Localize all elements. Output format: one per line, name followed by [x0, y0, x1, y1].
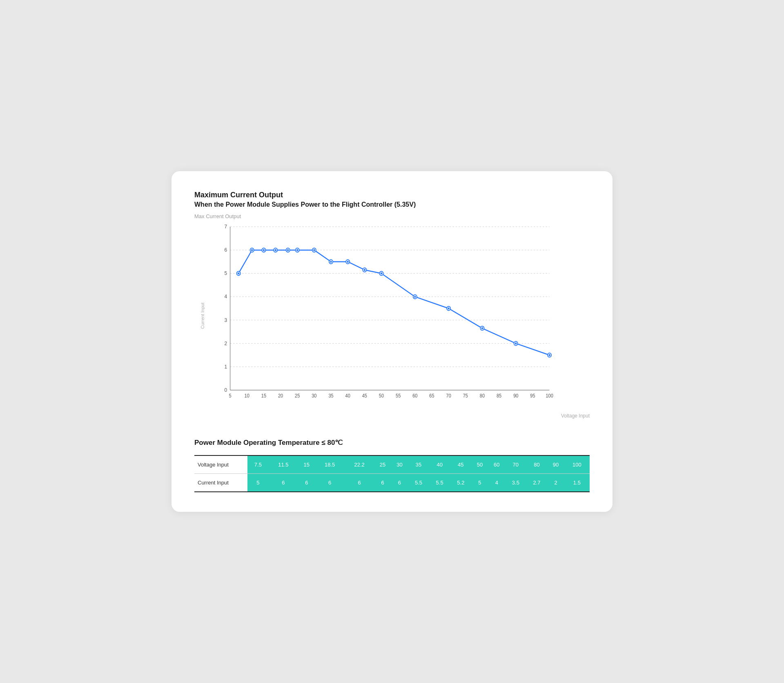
current-cell: 1.5: [564, 474, 590, 492]
svg-text:100: 100: [546, 393, 553, 398]
svg-text:65: 65: [429, 393, 434, 398]
current-cell: 6: [345, 474, 374, 492]
svg-text:6: 6: [225, 247, 227, 253]
voltage-cell: 15: [298, 455, 315, 474]
svg-point-40: [251, 249, 253, 251]
svg-point-66: [515, 342, 517, 344]
svg-text:55: 55: [396, 393, 401, 398]
svg-text:3: 3: [225, 317, 227, 323]
svg-text:90: 90: [513, 393, 518, 398]
svg-text:25: 25: [295, 393, 300, 398]
voltage-cell: 70: [505, 455, 526, 474]
svg-text:75: 75: [463, 393, 468, 398]
svg-text:40: 40: [345, 393, 350, 398]
svg-text:70: 70: [446, 393, 451, 398]
svg-text:0: 0: [225, 387, 227, 393]
current-cell: 5.5: [408, 474, 429, 492]
y-axis-label: Current Input: [200, 312, 205, 329]
svg-point-52: [330, 261, 332, 263]
voltage-cell: 25: [374, 455, 391, 474]
voltage-cell: 50: [471, 455, 488, 474]
svg-text:5: 5: [225, 270, 227, 277]
chart-container: Current Input 01234567510152025303540455…: [194, 223, 590, 419]
svg-point-60: [414, 296, 416, 298]
current-cell: 5: [247, 474, 269, 492]
current-row: Current Input 56666665.55.55.2543.52.721…: [194, 474, 590, 492]
current-cell: 6: [269, 474, 298, 492]
svg-text:35: 35: [328, 393, 333, 398]
current-cell: 3.5: [505, 474, 526, 492]
svg-text:80: 80: [480, 393, 485, 398]
current-cell: 5.5: [429, 474, 450, 492]
svg-text:60: 60: [412, 393, 417, 398]
voltage-row-label: Voltage Input: [194, 455, 247, 474]
chart-area: 0123456751015202530354045505560657075808…: [219, 223, 557, 402]
svg-text:30: 30: [312, 393, 316, 398]
svg-point-48: [296, 249, 298, 251]
voltage-cell: 60: [488, 455, 505, 474]
voltage-cell: 22.2: [345, 455, 374, 474]
svg-point-68: [548, 354, 550, 356]
x-axis-label: Voltage Input: [561, 413, 590, 419]
current-cell: 6: [374, 474, 391, 492]
voltage-cell: 18.5: [315, 455, 345, 474]
svg-text:45: 45: [362, 393, 367, 398]
svg-text:15: 15: [261, 393, 266, 398]
table-section: Power Module Operating Temperature ≤ 80℃…: [194, 438, 590, 492]
section-title: Power Module Operating Temperature ≤ 80℃: [194, 438, 590, 447]
chart-section: Maximum Current Output When the Power Mo…: [194, 191, 590, 419]
svg-point-54: [347, 261, 349, 263]
current-cell: 5.2: [450, 474, 472, 492]
svg-text:5: 5: [229, 393, 232, 398]
current-row-label: Current Input: [194, 474, 247, 492]
svg-point-50: [313, 249, 315, 251]
current-cell: 6: [391, 474, 408, 492]
svg-point-38: [238, 272, 240, 275]
voltage-cell: 11.5: [269, 455, 298, 474]
svg-text:2: 2: [225, 340, 227, 346]
voltage-cell: 35: [408, 455, 429, 474]
svg-point-44: [274, 249, 276, 251]
svg-text:4: 4: [225, 294, 227, 300]
chart-legend: Max Current Output: [194, 213, 590, 219]
current-cell: 2.7: [526, 474, 548, 492]
svg-text:20: 20: [278, 393, 283, 398]
voltage-cell: 100: [564, 455, 590, 474]
voltage-cell: 90: [547, 455, 564, 474]
main-card: Maximum Current Output When the Power Mo…: [172, 171, 612, 512]
svg-point-64: [481, 327, 483, 329]
svg-point-42: [263, 249, 265, 251]
voltage-cell: 40: [429, 455, 450, 474]
current-cell: 2: [547, 474, 564, 492]
svg-text:10: 10: [245, 393, 249, 398]
current-cell: 6: [298, 474, 315, 492]
svg-point-56: [364, 269, 366, 271]
voltage-cell: 45: [450, 455, 472, 474]
voltage-cell: 7.5: [247, 455, 269, 474]
current-cell: 6: [315, 474, 345, 492]
current-cell: 4: [488, 474, 505, 492]
chart-svg: 0123456751015202530354045505560657075808…: [219, 223, 557, 402]
data-table: Voltage Input 7.511.51518.522.2253035404…: [194, 455, 590, 492]
chart-title-main: Maximum Current Output: [194, 191, 590, 199]
svg-text:50: 50: [379, 393, 384, 398]
svg-text:95: 95: [530, 393, 535, 398]
voltage-cell: 30: [391, 455, 408, 474]
svg-text:1: 1: [225, 364, 227, 370]
svg-point-58: [381, 272, 383, 275]
current-cell: 5: [471, 474, 488, 492]
chart-title-sub: When the Power Module Supplies Power to …: [194, 201, 590, 208]
voltage-cell: 80: [526, 455, 548, 474]
svg-point-46: [287, 249, 289, 251]
svg-text:85: 85: [497, 393, 501, 398]
svg-point-62: [448, 308, 450, 310]
svg-text:7: 7: [225, 224, 227, 230]
voltage-row: Voltage Input 7.511.51518.522.2253035404…: [194, 455, 590, 474]
